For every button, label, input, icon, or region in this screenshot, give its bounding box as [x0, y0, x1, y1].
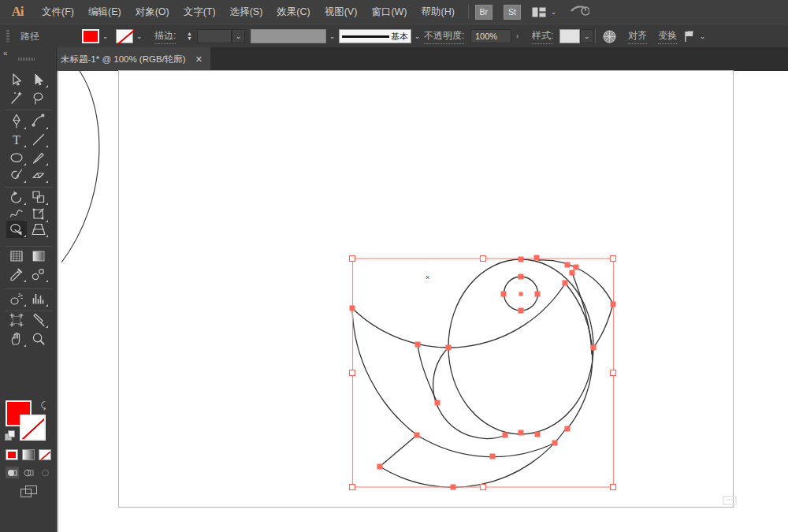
tool-flyout-indicator[interactable] [24, 145, 26, 147]
align-button[interactable]: 对齐 [628, 24, 647, 48]
slice-tool[interactable] [28, 311, 49, 329]
color-mode-button[interactable] [6, 449, 18, 460]
tool-flyout-indicator[interactable] [46, 235, 48, 237]
tool-flyout-indicator[interactable] [46, 203, 48, 205]
eyedropper-tool[interactable] [6, 266, 27, 283]
tool-flyout-indicator[interactable] [24, 127, 26, 129]
stroke-swatch-none[interactable] [116, 29, 133, 43]
tool-flyout-indicator[interactable] [24, 180, 26, 183]
selection-tool[interactable] [6, 71, 27, 88]
close-icon[interactable]: ✕ [195, 54, 203, 65]
line-segment-tool[interactable] [28, 131, 49, 148]
stroke-chevron-down-icon[interactable]: ⌄ [133, 29, 145, 43]
fill-swatch[interactable] [82, 29, 99, 43]
style-chevron-down-icon[interactable]: ⌄ [580, 29, 593, 43]
none-mode-button[interactable] [39, 449, 51, 460]
artboard-tool[interactable] [6, 311, 27, 329]
tool-flyout-indicator[interactable] [24, 203, 26, 205]
tool-flyout-indicator[interactable] [46, 280, 48, 282]
rotate-tool[interactable] [6, 188, 27, 206]
menu-item-8[interactable]: 帮助(H) [414, 2, 462, 22]
menu-item-2[interactable]: 对象(O) [128, 2, 177, 22]
swoosh-icon [571, 3, 589, 17]
bridge-button[interactable]: Br [475, 5, 492, 20]
zoom-tool[interactable] [28, 330, 49, 348]
gradient-tool[interactable] [28, 247, 49, 265]
stroke-color-swatch[interactable] [20, 415, 46, 441]
draw-normal-button[interactable] [6, 467, 19, 478]
style-swatch[interactable] [559, 29, 580, 43]
hand-tool[interactable] [6, 330, 27, 348]
stroke-color-control[interactable]: ⌄ [116, 24, 145, 48]
document-canvas[interactable] [57, 71, 788, 532]
gradient-mode-button[interactable] [22, 449, 35, 460]
draw-behind-button[interactable] [22, 467, 35, 478]
workspace-switcher-icon[interactable]: ⌄ [532, 7, 557, 17]
perspective-grid-tool[interactable] [28, 221, 49, 238]
transform-button[interactable]: 变换 [658, 24, 677, 48]
menu-item-1[interactable]: 编辑(E) [81, 2, 128, 22]
tool-flyout-indicator[interactable] [46, 326, 48, 328]
symbol-sprayer-tool[interactable] [6, 290, 27, 307]
variable-width-profile-select[interactable]: ⌄ [251, 24, 338, 48]
lasso-tool[interactable] [28, 89, 49, 106]
tool-flyout-indicator[interactable] [46, 85, 48, 87]
menu-divider [468, 5, 469, 19]
tool-flyout-indicator[interactable] [46, 180, 48, 183]
stroke-weight-chevron-down-icon[interactable]: ⌄ [232, 29, 245, 43]
curvature-tool[interactable] [28, 113, 49, 130]
stroke-weight-field[interactable]: ⌄ [197, 24, 245, 48]
width-profile-chevron-down-icon[interactable]: ⌄ [326, 29, 338, 43]
opacity-field[interactable]: 100% › [470, 24, 523, 48]
collapse-panel-icon[interactable]: « [3, 49, 8, 58]
screen-mode-button[interactable] [20, 485, 38, 501]
draw-inside-button[interactable] [39, 467, 52, 478]
document-tab[interactable]: 未标题-1* @ 100% (RGB/轮廓) ✕ [53, 47, 210, 71]
stepper-arrows-icon[interactable]: ▲▼ [187, 32, 192, 41]
tool-flyout-indicator[interactable] [46, 304, 48, 307]
brush-chevron-down-icon[interactable]: ⌄ [411, 29, 423, 43]
shaper-tool[interactable] [6, 166, 27, 184]
opacity-arrow-icon[interactable]: › [511, 29, 523, 43]
tool-flyout-indicator[interactable] [46, 127, 48, 129]
shape-builder-tool[interactable] [6, 221, 27, 238]
tool-flyout-indicator[interactable] [24, 280, 26, 282]
direct-selection-tool[interactable] [28, 71, 49, 88]
menu-item-4[interactable]: 选择(S) [223, 2, 270, 22]
fill-color-control[interactable]: ⌄ [82, 24, 111, 48]
swap-fill-stroke-icon[interactable]: ⤹ [41, 400, 46, 411]
tool-flyout-indicator[interactable] [46, 163, 48, 166]
graphic-style-select[interactable]: ⌄ [559, 24, 593, 48]
pen-tool[interactable] [6, 113, 27, 130]
isolate-chevron-down-icon[interactable]: ⌄ [697, 29, 708, 43]
cc-libraries-icon[interactable] [571, 3, 589, 20]
stock-button[interactable]: St [504, 5, 521, 20]
eraser-tool[interactable] [28, 166, 49, 184]
stroke-weight-stepper[interactable]: ▲▼ [187, 24, 192, 48]
column-graph-tool[interactable] [28, 290, 49, 307]
menu-item-7[interactable]: 窗口(W) [364, 2, 414, 22]
options-bar-grip[interactable] [6, 24, 9, 48]
recolor-artwork-button[interactable] [603, 24, 616, 48]
isolate-selected-object-button[interactable]: ⌄ [684, 24, 708, 48]
menu-item-5[interactable]: 效果(C) [269, 2, 317, 22]
paintbrush-tool[interactable] [28, 149, 49, 166]
tool-flyout-indicator[interactable] [24, 163, 26, 166]
scale-tool[interactable] [28, 188, 49, 206]
menu-item-6[interactable]: 视图(V) [318, 2, 365, 22]
tool-flyout-indicator[interactable] [24, 344, 26, 347]
tool-flyout-indicator[interactable] [24, 235, 26, 237]
mesh-tool[interactable] [6, 247, 27, 265]
type-tool[interactable]: T [6, 131, 27, 148]
blend-tool[interactable] [28, 266, 49, 283]
fill-chevron-down-icon[interactable]: ⌄ [99, 29, 111, 43]
brush-definition-select[interactable]: 基本 ⌄ [339, 24, 423, 48]
tool-flyout-indicator[interactable] [24, 304, 26, 307]
default-fill-stroke-icon[interactable] [5, 430, 16, 445]
menu-item-3[interactable]: 文字(T) [177, 2, 223, 22]
ellipse-tool[interactable] [6, 149, 27, 166]
menu-item-0[interactable]: 文件(F) [35, 2, 81, 22]
tools-panel-grip[interactable] [18, 58, 35, 61]
tool-flyout-indicator[interactable] [46, 145, 48, 147]
magic-wand-tool[interactable] [6, 89, 27, 106]
